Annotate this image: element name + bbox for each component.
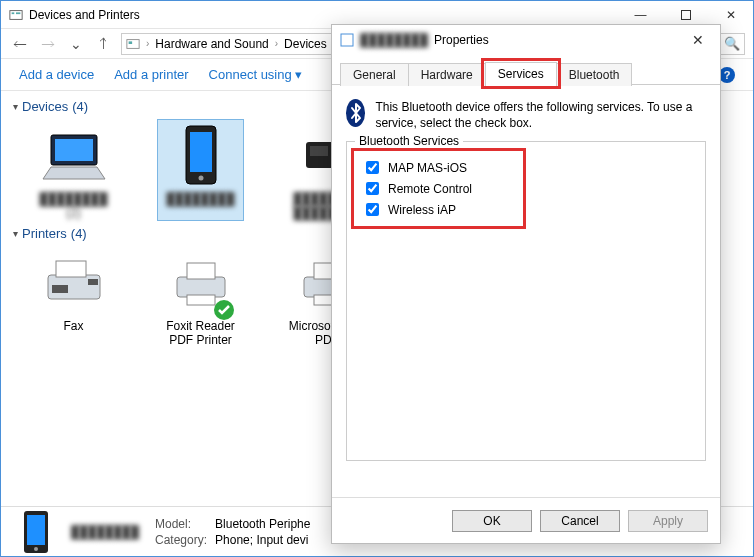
svg-rect-2 [16,12,20,14]
svg-rect-17 [52,285,68,293]
breadcrumb[interactable]: Devices [284,37,327,51]
svg-rect-18 [177,277,225,297]
phone-icon [165,120,237,192]
details-category-key: Category: [155,533,207,547]
svg-point-11 [198,176,203,181]
svg-marker-8 [43,167,105,179]
devices-printers-icon [126,37,140,51]
tab-strip: General Hardware Services Bluetooth [332,55,720,85]
add-printer-link[interactable]: Add a printer [114,67,188,82]
dialog-intro-text: This Bluetooth device offers the followi… [375,99,706,131]
dialog-title-suffix: Properties [434,33,489,47]
service-label: Wireless iAP [388,203,456,217]
svg-rect-10 [190,132,212,172]
svg-rect-26 [27,515,45,545]
history-dropdown[interactable]: ⌄ [65,33,87,55]
service-label: MAP MAS-iOS [388,161,467,175]
dialog-titlebar: ████████ Properties ✕ [332,25,720,55]
bluetooth-icon [346,99,365,127]
add-device-link[interactable]: Add a device [19,67,94,82]
service-checkbox[interactable] [366,182,379,195]
printer-default-icon [165,247,237,319]
service-item[interactable]: Wireless iAP [362,199,515,220]
svg-rect-13 [310,146,328,156]
chevron-right-icon: › [273,38,280,49]
service-checkbox[interactable] [366,203,379,216]
dialog-icon [340,33,354,47]
chevron-down-icon: ▾ [13,228,18,239]
device-label: ████████ [166,192,234,206]
device-item[interactable]: ████████ [158,120,243,220]
printer-label: Fax [63,319,83,333]
svg-rect-19 [187,263,215,279]
service-item[interactable]: MAP MAS-iOS [362,157,515,178]
details-model-val: Bluetooth Periphe [215,517,310,531]
svg-rect-7 [55,139,93,161]
dialog-body: This Bluetooth device offers the followi… [332,85,720,497]
properties-dialog: ████████ Properties ✕ General Hardware S… [331,24,721,544]
svg-rect-15 [56,261,86,277]
tab-hardware[interactable]: Hardware [408,63,486,86]
up-button[interactable]: 🡑 [93,33,115,55]
dialog-title-device: ████████ [360,33,428,47]
details-name: ████████ [71,525,141,539]
svg-rect-3 [681,10,690,19]
breadcrumb[interactable]: Hardware and Sound [155,37,268,51]
fax-icon [38,247,110,319]
chevron-right-icon: › [144,38,151,49]
device-label: ████████ (2) [31,192,116,220]
cancel-button[interactable]: Cancel [540,510,620,532]
service-item[interactable]: Remote Control [362,178,515,199]
phone-icon [15,511,57,553]
svg-rect-20 [187,295,215,305]
apply-button[interactable]: Apply [628,510,708,532]
chevron-down-icon: ▾ [13,101,18,112]
forward-button[interactable]: 🡒 [37,33,59,55]
svg-rect-5 [129,41,133,44]
ok-button[interactable]: OK [452,510,532,532]
details-model-key: Model: [155,517,207,531]
window-icon [9,8,23,22]
search-icon: 🔍 [724,36,740,51]
printer-item[interactable]: Foxit Reader PDF Printer [158,247,243,347]
tab-general[interactable]: General [340,63,409,86]
svg-rect-1 [12,12,15,14]
dialog-button-row: OK Cancel Apply [332,497,720,543]
dialog-close-button[interactable]: ✕ [684,26,712,54]
svg-rect-0 [10,10,22,19]
printer-item[interactable]: Fax [31,247,116,347]
back-button[interactable]: 🡐 [9,33,31,55]
svg-rect-16 [88,279,98,285]
connect-using-link[interactable]: Connect using ▾ [209,67,303,82]
window-title: Devices and Printers [29,8,140,22]
help-icon[interactable]: ? [719,67,735,83]
service-checkbox[interactable] [366,161,379,174]
device-item[interactable]: ████████ (2) [31,120,116,220]
tab-services[interactable]: Services [485,62,557,85]
services-list: MAP MAS-iOS Remote Control Wireless iAP [351,148,526,229]
laptop-icon [38,120,110,192]
svg-point-27 [34,547,38,551]
service-label: Remote Control [388,182,472,196]
details-category-val: Phone; Input devi [215,533,310,547]
bluetooth-services-group: Bluetooth Services MAP MAS-iOS Remote Co… [346,141,706,461]
group-title: Bluetooth Services [355,134,463,148]
printer-label: Foxit Reader PDF Printer [158,319,243,347]
svg-rect-28 [341,34,353,46]
tab-bluetooth[interactable]: Bluetooth [556,63,633,86]
